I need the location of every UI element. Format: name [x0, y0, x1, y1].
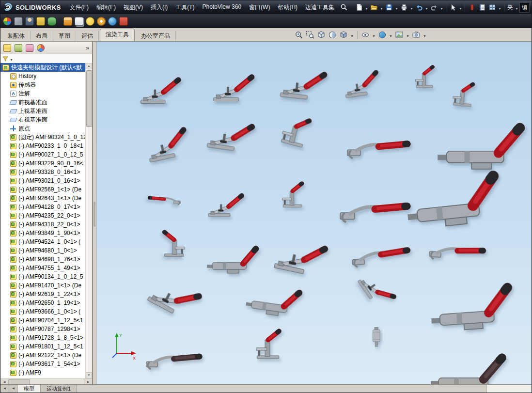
orange-window-icon[interactable] — [63, 17, 72, 26]
tree-item[interactable]: (-) AMF90787_1298<1> — [0, 325, 86, 333]
scroll-thumb[interactable] — [86, 70, 92, 127]
clamp-model[interactable] — [409, 65, 442, 89]
clamp-model[interactable] — [271, 110, 322, 152]
scroll-down-icon[interactable] — [86, 372, 92, 378]
clamp-model[interactable] — [244, 278, 305, 325]
clamp-model[interactable] — [147, 188, 181, 212]
apply-scene-caret-icon[interactable] — [406, 31, 410, 39]
tree-item[interactable]: 右视基准面 — [0, 115, 86, 124]
tree-item[interactable]: (-) AMF90704_1_12_5<1 — [0, 316, 86, 325]
clamp-model[interactable] — [445, 80, 483, 109]
tree-root-item[interactable]: 快速夹钳模型设计 (默认<默 — [0, 63, 86, 72]
clamp-model[interactable] — [275, 181, 313, 208]
tree-item[interactable]: (-) AMF94755_1_49<1> — [0, 264, 86, 272]
tree-filter[interactable] — [0, 54, 92, 63]
tree-item[interactable]: (-) AMF93617_1_54<1> — [0, 360, 86, 368]
tab-scroll-first-icon[interactable] — [0, 385, 9, 393]
tree-item[interactable]: (-) AMF91801_1_12_5<1 — [0, 342, 86, 351]
new-document-button[interactable] — [354, 2, 364, 12]
save-button[interactable] — [384, 2, 394, 12]
clamp-model[interactable] — [403, 162, 507, 241]
statusbar-tab[interactable]: 模型 — [18, 385, 41, 393]
clamp-tools-button[interactable]: 夹 — [506, 3, 514, 12]
globe-icon[interactable] — [108, 17, 117, 26]
command-tab[interactable]: 渲染工具 — [100, 29, 135, 41]
tree-item[interactable]: (-) AMF92569_1<1> (De — [0, 185, 86, 194]
clamp-model[interactable] — [362, 327, 392, 348]
tree-item[interactable]: (-) AMF93849_1_90<1> — [0, 229, 86, 237]
color-sphere-icon[interactable] — [3, 17, 12, 26]
select-caret-icon[interactable] — [458, 3, 463, 12]
panel-more-chevron[interactable]: » — [86, 45, 89, 51]
user-icon[interactable] — [25, 17, 34, 26]
clamp-model[interactable] — [431, 347, 508, 385]
clamp-model[interactable] — [426, 229, 488, 276]
configurationmanager-tab-icon[interactable] — [26, 44, 33, 52]
clamp-model[interactable] — [207, 191, 246, 219]
panel-splitter[interactable] — [93, 42, 96, 385]
record-button[interactable] — [467, 2, 477, 12]
undo-caret-icon[interactable] — [424, 3, 429, 12]
tree-item[interactable]: (-) AMF93021_0_16<1> — [0, 176, 86, 185]
view-orientation-button[interactable] — [316, 30, 326, 40]
edit-appearance-caret-icon[interactable] — [389, 31, 393, 39]
redo-caret-icon[interactable] — [439, 3, 444, 12]
layout-grid-caret-icon[interactable] — [498, 3, 502, 12]
menu-item[interactable]: 编辑(E) — [93, 0, 120, 15]
menu-item[interactable]: 文件(F) — [66, 0, 93, 15]
tree-item[interactable]: (-) AMF93666_1_0<1> ( — [0, 307, 86, 316]
clamp-model[interactable] — [212, 72, 256, 104]
open-button[interactable] — [369, 2, 379, 12]
command-tab[interactable]: 办公室产品 — [136, 31, 176, 41]
tree-item[interactable]: (-) AMF9 — [0, 368, 86, 377]
gray-cube-icon[interactable] — [14, 17, 23, 26]
tree-item[interactable]: (-) AMF94524_1_0<1> ( — [0, 237, 86, 246]
menu-item[interactable]: 工具(T) — [172, 0, 198, 15]
print-caret-icon[interactable] — [409, 3, 414, 12]
database-icon[interactable] — [47, 17, 56, 26]
tree-item[interactable]: (-) AMF94680_1_0<1> — [0, 246, 86, 255]
hide-show-items-button[interactable] — [360, 30, 370, 40]
tab-scroll-left-icon[interactable] — [9, 385, 18, 393]
clamp-model[interactable] — [278, 64, 330, 104]
tree-item[interactable]: 上视基准面 — [0, 107, 86, 115]
menu-item[interactable]: PhotoView 360 — [199, 0, 246, 15]
tree-item[interactable]: 原点 — [0, 124, 86, 133]
clamp-model[interactable] — [139, 75, 183, 106]
view-settings-caret-icon[interactable] — [422, 31, 427, 39]
tree-item[interactable]: (-) AMF92122_1<1> (De — [0, 351, 86, 360]
hide-show-caret-icon[interactable] — [372, 31, 376, 39]
tree-item[interactable]: (-) AMF94698_1_76<1> — [0, 255, 86, 264]
red-tool-icon[interactable] — [119, 17, 128, 26]
menu-item[interactable]: 迈迪工具集 — [301, 0, 338, 15]
scroll-up-icon[interactable] — [86, 63, 92, 69]
featuremanager-tab-icon[interactable] — [3, 44, 11, 52]
tree-item[interactable]: History — [0, 72, 86, 80]
tree-item[interactable]: (-) AMF91728_1_8_5<1> — [0, 333, 86, 342]
clamp-model[interactable] — [145, 340, 203, 381]
zoom-to-fit-button[interactable] — [294, 30, 304, 40]
clamp-model[interactable] — [271, 233, 331, 281]
tree-scrollbar[interactable] — [85, 63, 92, 378]
tree-item[interactable]: (-) AMF94235_22_0<1> — [0, 211, 86, 220]
clamp-model[interactable] — [429, 275, 517, 342]
propertymanager-tab-icon[interactable] — [15, 44, 22, 52]
statusbar-tab[interactable]: 运动算例1 — [41, 385, 77, 393]
clamp-tools-caret-icon[interactable] — [515, 3, 519, 12]
clamp-model[interactable] — [142, 124, 194, 165]
clamp-model[interactable] — [339, 185, 411, 237]
search-button[interactable] — [340, 3, 348, 11]
clamp-model[interactable] — [341, 67, 383, 101]
smiley-icon[interactable] — [86, 17, 94, 26]
tree-item[interactable]: (固定) AMF90324_1_0_12 — [0, 133, 86, 141]
tree-item[interactable]: (-) AMF93229_90_0_16< — [0, 159, 86, 168]
tree-item[interactable]: (-) AMF94128_0_17<1> — [0, 203, 86, 211]
tree-item[interactable]: (-) AMF90134_1_0_12_5 — [0, 272, 86, 281]
menu-item[interactable]: 帮助(H) — [274, 0, 301, 15]
tree-item[interactable]: (-) AMF92650_1_19<1> — [0, 299, 86, 307]
section-view-button[interactable] — [328, 30, 337, 40]
tree-item[interactable]: 注解 — [0, 89, 86, 98]
clamp-model[interactable] — [204, 115, 257, 156]
tree-item[interactable]: (-) AMF90233_1_0_18<1 — [0, 141, 86, 150]
print-button[interactable] — [399, 2, 409, 12]
